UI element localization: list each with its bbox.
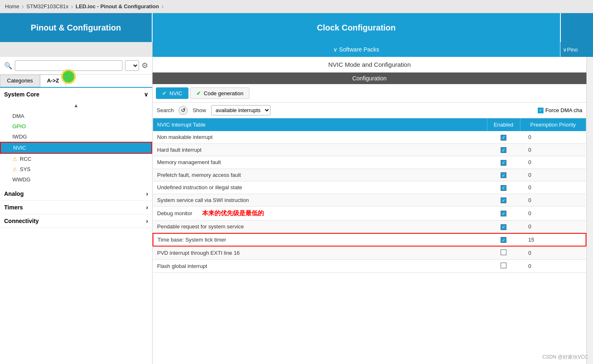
checkbox-checked[interactable]: ✓ — [501, 211, 506, 216]
table-body: Non maskable interrupt ✓ 0 Hard fault in… — [153, 131, 586, 273]
sidebar-content: System Core ∨ ▲ DMA GPIO IWDG — [0, 88, 152, 364]
breadcrumb: Home › STM32F103C81x › LED.ioc - Pinout … — [0, 0, 593, 13]
priority-cell: 15 — [520, 233, 586, 247]
checkbox-checked[interactable]: ✓ — [501, 197, 506, 203]
breadcrumb-home[interactable]: Home — [5, 3, 19, 9]
table-row-highlighted: Time base: System tick timer ✓ 15 — [153, 233, 586, 247]
tab-nvic[interactable]: ✔ NVIC — [156, 87, 188, 99]
sidebar-search-row: 🔍 ⚙ — [0, 57, 152, 75]
sidebar-item-sys[interactable]: ⚠ SYS — [0, 164, 152, 174]
breadcrumb-sep-3: › — [161, 3, 163, 10]
sidebar-item-iwdg[interactable]: IWDG — [0, 132, 152, 142]
interrupt-name: Hard fault interrupt — [153, 143, 487, 156]
breadcrumb-sep-1: › — [22, 3, 24, 10]
sidebar-item-dma[interactable]: DMA — [0, 111, 152, 121]
chevron-right-icon-connectivity: › — [146, 218, 148, 224]
priority-cell: 0 — [520, 207, 586, 221]
sidebar: 🔍 ⚙ Categories A->Z System Core ∨ — [0, 57, 153, 364]
content-title: NVIC Mode and Configuration — [153, 57, 586, 73]
table-toolbar: Search ↺ Show available interrupts all i… — [153, 103, 586, 118]
sidebar-item-gpio[interactable]: GPIO — [0, 121, 152, 132]
checkbox-unchecked[interactable] — [501, 249, 506, 255]
search-label: Search — [157, 107, 174, 113]
table-row: System service call via SWI instruction … — [153, 194, 586, 207]
config-header: Configuration — [153, 73, 586, 84]
scrollbar[interactable] — [586, 57, 593, 364]
category-analog[interactable]: Analog › — [0, 187, 152, 201]
priority-cell: 0 — [520, 194, 586, 207]
enabled-cell[interactable]: ✓ — [487, 156, 520, 169]
sort-arrows: ▲ — [0, 101, 152, 110]
breadcrumb-mcu[interactable]: STM32F103C81x — [26, 3, 68, 9]
enabled-cell[interactable]: ✓ — [487, 169, 520, 181]
table-row: Hard fault interrupt ✓ 0 — [153, 143, 586, 156]
software-packs-btn[interactable]: ∨ Software Packs — [333, 46, 379, 53]
content-area: NVIC Mode and Configuration Configuratio… — [153, 57, 586, 364]
sidebar-item-wwdg[interactable]: WWDG — [0, 174, 152, 185]
chevron-down-icon-2: ∨ — [563, 47, 567, 53]
check-icon-nvic: ✔ — [162, 90, 167, 96]
enabled-cell[interactable] — [487, 246, 520, 260]
category-timers[interactable]: Timers › — [0, 201, 152, 214]
priority-cell: 0 — [520, 143, 586, 156]
priority-cell: 0 — [520, 260, 586, 273]
tab-code-gen[interactable]: ✔ Code generation — [190, 87, 249, 99]
col-header-enabled: Enabled — [487, 118, 520, 131]
show-select[interactable]: available interrupts all interrupts — [211, 105, 271, 115]
breadcrumb-file[interactable]: LED.ioc - Pinout & Configuration — [75, 3, 159, 9]
search-dropdown[interactable] — [125, 60, 139, 71]
interrupt-name: Debug monitor 本来的优先级是最低的 — [153, 207, 487, 221]
force-dma-checkbox[interactable]: ✓ — [538, 108, 544, 113]
interrupt-name: Pendable request for system service — [153, 221, 487, 233]
tab-categories[interactable]: Categories — [0, 75, 40, 87]
table-row: Debug monitor 本来的优先级是最低的 ✓ 0 — [153, 207, 586, 221]
chevron-right-icon-analog: › — [146, 190, 148, 197]
search-icon: 🔍 — [4, 62, 12, 70]
table-row: Non maskable interrupt ✓ 0 — [153, 131, 586, 143]
sub-header-left — [0, 42, 153, 57]
enabled-cell[interactable]: ✓ — [487, 181, 520, 194]
breadcrumb-sep-2: › — [71, 3, 73, 10]
checkbox-checked[interactable]: ✓ — [501, 224, 506, 230]
tab-pinout[interactable]: Pinout & Configuration — [0, 13, 153, 42]
enabled-cell[interactable]: ✓ — [487, 207, 520, 221]
enabled-cell[interactable] — [487, 260, 520, 273]
checkbox-checked[interactable]: ✓ — [501, 160, 506, 166]
enabled-cell[interactable]: ✓ — [487, 131, 520, 143]
tab-extra[interactable] — [560, 13, 593, 42]
priority-cell: 0 — [520, 246, 586, 260]
table-header: NVIC Interrupt Table Enabled Preemption … — [153, 118, 586, 131]
warning-icon-sys: ⚠ — [12, 166, 17, 172]
table-row: Pendable request for system service ✓ 0 — [153, 221, 586, 233]
enabled-cell[interactable]: ✓ — [487, 233, 520, 247]
sidebar-item-nvic[interactable]: NVIC — [0, 142, 152, 154]
table-row: Undefined instruction or illegal state ✓… — [153, 181, 586, 194]
checkbox-checked[interactable]: ✓ — [501, 237, 506, 243]
category-system-core[interactable]: System Core ∨ — [0, 88, 152, 101]
enabled-cell[interactable]: ✓ — [487, 143, 520, 156]
force-dma-check[interactable]: ✓ Force DMA cha — [538, 107, 582, 113]
system-core-items: DMA GPIO IWDG NVIC ⚠ RCC — [0, 110, 152, 186]
sidebar-item-rcc[interactable]: ⚠ RCC — [0, 154, 152, 164]
table-row: Memory management fault ✓ 0 — [153, 156, 586, 169]
refresh-button[interactable]: ↺ — [179, 106, 188, 115]
decoration-circle-green — [63, 71, 74, 82]
checkbox-checked[interactable]: ✓ — [501, 135, 506, 141]
checkbox-unchecked[interactable] — [501, 263, 506, 268]
priority-cell: 0 — [520, 131, 586, 143]
sub-header: ∨ Software Packs ∨ Pino — [0, 42, 593, 57]
enabled-cell[interactable]: ✓ — [487, 221, 520, 233]
category-connectivity[interactable]: Connectivity › — [0, 214, 152, 228]
col-header-priority: Preemption Priority — [520, 118, 586, 131]
table-row: PVD interrupt through EXTI line 16 0 — [153, 246, 586, 260]
checkbox-checked[interactable]: ✓ — [501, 185, 506, 191]
enabled-cell[interactable]: ✓ — [487, 194, 520, 207]
chevron-down-icon: ∨ — [333, 46, 337, 53]
checkbox-checked[interactable]: ✓ — [501, 172, 506, 178]
chevron-right-icon-timers: › — [146, 204, 148, 211]
checkbox-checked[interactable]: ✓ — [501, 147, 506, 153]
tab-clock[interactable]: Clock Configuration — [153, 13, 560, 42]
interrupt-name: Time base: System tick timer — [153, 233, 487, 247]
settings-icon[interactable]: ⚙ — [141, 61, 148, 70]
priority-cell: 0 — [520, 169, 586, 181]
